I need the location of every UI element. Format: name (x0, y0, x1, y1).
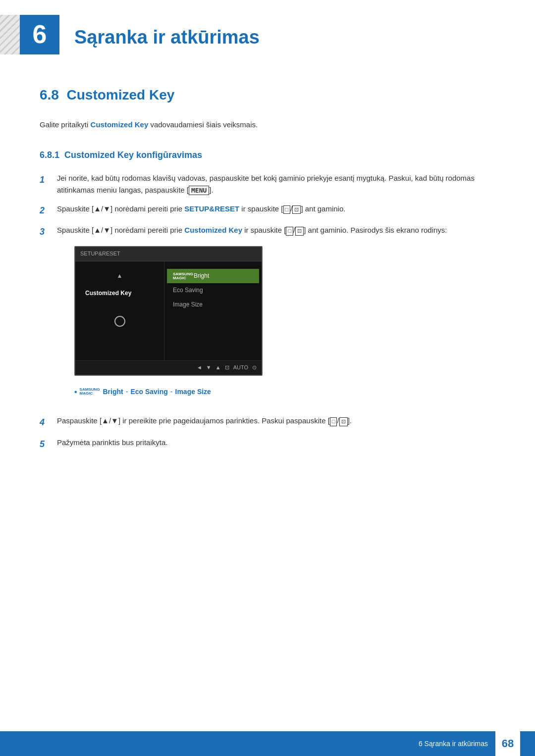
bullet-item-options: SAMSUNGMAGICBright ‑ Eco Saving ‑ Image … (74, 386, 495, 399)
chapter-number: 6 (20, 15, 59, 54)
monitor-left-panel: ▲ Customized Key (75, 261, 164, 360)
step-2: 2 Spauskite [▲/▼] norėdami pereiti prie … (40, 203, 495, 218)
monitor-sub-bright: SAMSUNGMAGICBright (167, 269, 259, 283)
footer-chapter-text: 6 Sąranka ir atkūrimas (419, 738, 488, 749)
subsection-heading: 6.8.1 Customized Key konfigūravimas (40, 148, 495, 162)
monitor-menu-customized-key: Customized Key (80, 286, 159, 301)
page-number: 68 (495, 731, 520, 756)
monitor-top-bar: SETUP&RESET (75, 247, 262, 261)
chapter-title: Sąranka ir atkūrimas (74, 15, 260, 52)
chapter-header: 6 Sąranka ir atkūrimas (0, 0, 535, 64)
monitor-content: ▲ Customized Key SAMSUNGMAGICBright Eco … (75, 261, 262, 360)
step-5: 5 Pažymėta parinktis bus pritaikyta. (40, 437, 495, 452)
bullet-list: SAMSUNGMAGICBright ‑ Eco Saving ‑ Image … (74, 386, 495, 399)
step-3: 3 Spauskite [▲/▼] norėdami pereiti prie … (40, 224, 495, 408)
step-4: 4 Paspauskite [▲/▼] ir pereikite prie pa… (40, 415, 495, 430)
monitor-circle-icon (114, 316, 125, 327)
monitor-right-panel: SAMSUNGMAGICBright Eco Saving Image Size (164, 261, 262, 360)
monitor-bottom-bar: ◄ ▼ ▲ ⊡ AUTO ⊙ (75, 360, 262, 375)
monitor-sub-imagesize: Image Size (167, 298, 259, 312)
page-footer: 6 Sąranka ir atkūrimas 68 (0, 731, 535, 756)
section-heading: 6.8 Customized Key (40, 84, 495, 106)
monitor-sub-eco: Eco Saving (167, 283, 259, 298)
intro-paragraph: Galite pritaikyti Customized Key vadovau… (40, 119, 495, 131)
step-1: 1 Jei norite, kad būtų rodomas klavišų v… (40, 172, 495, 196)
monitor-screenshot: SETUP&RESET ▲ Customized Key SAMSUNGMAGI… (74, 246, 263, 375)
steps-list: 1 Jei norite, kad būtų rodomas klavišų v… (40, 172, 495, 452)
content-area: 6.8 Customized Key Galite pritaikyti Cus… (0, 84, 535, 452)
